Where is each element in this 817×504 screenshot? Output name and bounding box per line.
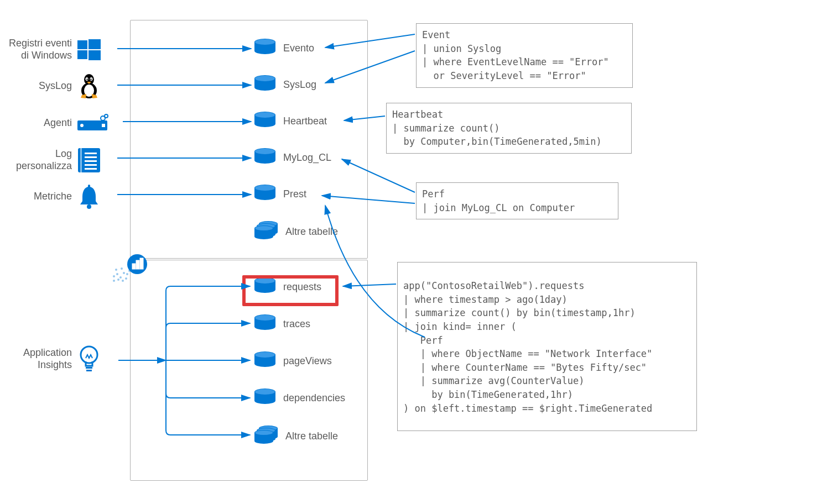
cylinder-icon bbox=[254, 75, 275, 94]
bulb-icon bbox=[77, 348, 101, 371]
svg-rect-20 bbox=[85, 160, 97, 162]
table-mylog: MyLog_CL bbox=[254, 148, 331, 167]
source-label: Application Insights bbox=[6, 347, 72, 371]
svg-point-25 bbox=[81, 347, 97, 363]
table-heartbeat: Heartbeat bbox=[254, 112, 327, 130]
svg-rect-13 bbox=[102, 124, 105, 127]
svg-rect-3 bbox=[89, 50, 101, 60]
svg-point-30 bbox=[119, 276, 122, 279]
table-event: Evento bbox=[254, 39, 314, 57]
code-box-perf: Perf | join MyLog_CL on Computer bbox=[416, 182, 618, 219]
source-label: Log personalizza bbox=[6, 148, 72, 172]
table-pageviews: pageViews bbox=[254, 351, 332, 370]
table-other1: Altre tabelle bbox=[254, 221, 338, 242]
table-syslogt: SysLog bbox=[254, 75, 316, 94]
cylinder-icon bbox=[254, 389, 275, 407]
highlight-requests bbox=[242, 275, 339, 306]
svg-point-31 bbox=[123, 272, 125, 274]
svg-point-12 bbox=[80, 124, 84, 127]
svg-rect-19 bbox=[85, 156, 97, 158]
table-label: pageViews bbox=[283, 355, 332, 367]
linux-icon bbox=[77, 75, 101, 98]
table-dependencies: dependencies bbox=[254, 389, 345, 407]
source-label: SysLog bbox=[6, 80, 72, 92]
svg-point-35 bbox=[125, 277, 127, 280]
svg-rect-17 bbox=[80, 148, 82, 172]
code-box-heartbeat: Heartbeat | summarize count() by Compute… bbox=[386, 103, 632, 154]
svg-point-38 bbox=[126, 273, 128, 275]
table-traces: traces bbox=[254, 314, 310, 333]
svg-point-15 bbox=[105, 114, 108, 118]
code-box-app: app("ContosoRetailWeb").requests | where… bbox=[397, 262, 697, 431]
windows-icon bbox=[77, 38, 101, 61]
source-app-insights: Application Insights bbox=[6, 347, 101, 371]
svg-point-24 bbox=[87, 204, 91, 209]
svg-rect-22 bbox=[85, 168, 97, 170]
svg-rect-21 bbox=[85, 164, 97, 166]
table-label: SysLog bbox=[283, 79, 316, 91]
cylinder-icon bbox=[254, 351, 275, 370]
cylinder-icon bbox=[254, 185, 275, 203]
cylinder-icon bbox=[254, 314, 275, 333]
table-label: Evento bbox=[283, 43, 314, 54]
svg-point-28 bbox=[113, 275, 115, 277]
svg-point-9 bbox=[86, 78, 87, 80]
source-syslog: SysLog bbox=[6, 75, 101, 98]
svg-point-37 bbox=[121, 267, 123, 270]
table-label: Prest bbox=[283, 188, 306, 200]
svg-rect-18 bbox=[85, 153, 97, 154]
svg-rect-23 bbox=[88, 185, 90, 188]
svg-rect-2 bbox=[77, 50, 87, 59]
svg-rect-1 bbox=[89, 39, 101, 49]
cylinder-icon bbox=[254, 112, 275, 130]
svg-rect-0 bbox=[77, 40, 87, 49]
server-icon bbox=[77, 112, 110, 135]
table-label: Altre tabelle bbox=[285, 226, 338, 238]
svg-point-34 bbox=[122, 280, 124, 282]
source-agents: Agenti bbox=[6, 112, 110, 135]
table-label: Heartbeat bbox=[283, 116, 327, 127]
svg-point-29 bbox=[116, 273, 118, 275]
code-box-event: Event | union Syslog | where EventLevelN… bbox=[416, 23, 633, 88]
list-icon bbox=[77, 149, 101, 172]
table-label: dependencies bbox=[283, 392, 345, 404]
source-label: Metriche bbox=[6, 191, 72, 203]
svg-rect-41 bbox=[133, 264, 135, 269]
svg-rect-43 bbox=[140, 259, 143, 269]
svg-rect-27 bbox=[86, 370, 92, 371]
source-label: Registri eventi di Windows bbox=[6, 38, 72, 61]
table-label: traces bbox=[283, 318, 310, 330]
bell-icon bbox=[77, 185, 101, 208]
svg-rect-26 bbox=[86, 367, 92, 369]
svg-point-36 bbox=[115, 269, 117, 271]
source-metrics: Metriche bbox=[6, 185, 101, 208]
table-perf: Prest bbox=[254, 185, 306, 203]
source-custom-logs: Log personalizza bbox=[6, 148, 101, 172]
multi-cylinder-icon bbox=[254, 426, 278, 447]
log-analytics-icon bbox=[110, 252, 153, 288]
cylinder-icon bbox=[254, 39, 275, 57]
svg-point-33 bbox=[117, 279, 119, 281]
cylinder-icon bbox=[254, 148, 275, 167]
svg-point-32 bbox=[113, 280, 115, 282]
svg-rect-42 bbox=[137, 261, 139, 269]
source-windows-logs: Registri eventi di Windows bbox=[6, 38, 101, 61]
multi-cylinder-icon bbox=[254, 221, 278, 242]
source-label: Agenti bbox=[6, 117, 72, 129]
svg-point-10 bbox=[90, 78, 91, 80]
table-label: MyLog_CL bbox=[283, 152, 331, 164]
table-other2: Altre tabelle bbox=[254, 426, 338, 447]
table-label: Altre tabelle bbox=[285, 431, 338, 442]
